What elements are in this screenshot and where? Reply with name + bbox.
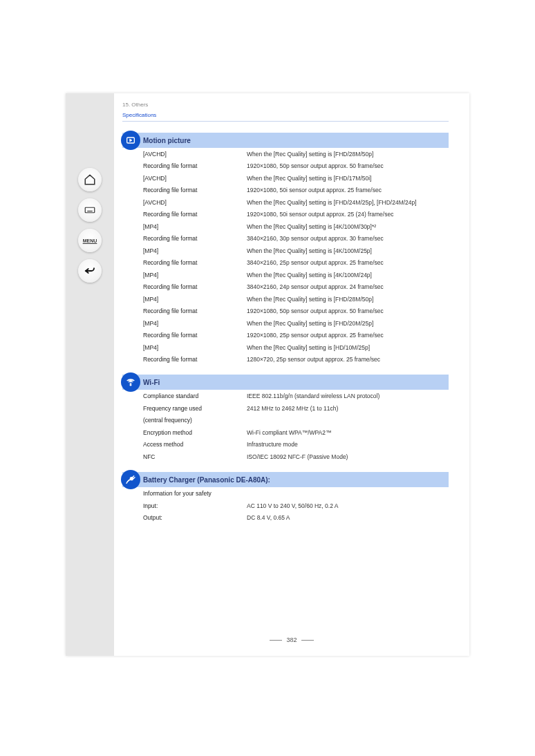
play-icon: [121, 131, 140, 150]
spec-row: Information for your safety: [122, 487, 449, 499]
section-wifi: Wi-Fi Compliance standardIEEE 802.11b/g/…: [122, 375, 449, 462]
back-button[interactable]: [78, 259, 102, 283]
menu-button[interactable]: MENU: [78, 229, 102, 252]
section-title: Motion picture: [143, 137, 191, 144]
sidebar-nav: MENU: [66, 93, 114, 656]
manual-page: MENU 15. Others Specifications Motion pi…: [66, 93, 469, 656]
section-motion-picture: Motion picture [AVCHD]When the [Rec Qual…: [122, 133, 449, 365]
spec-row: Encryption methodWi-Fi compliant WPA™/WP…: [122, 426, 449, 438]
spec-row: Output:DC 8.4 V, 0.65 A: [122, 511, 449, 523]
spec-row: Recording file format1920×1080, 50i sens…: [122, 184, 449, 196]
svg-line-12: [133, 478, 135, 479]
spec-row: [AVCHD]When the [Rec Quality] setting is…: [122, 148, 449, 160]
section-header: Motion picture: [122, 133, 449, 148]
spec-row: Access methodInfrastructure mode: [122, 438, 449, 450]
menu-icon: MENU: [83, 238, 97, 243]
svg-point-9: [130, 385, 131, 386]
spec-row: Recording file format3840×2160, 25p sens…: [122, 256, 449, 268]
back-icon: [84, 265, 96, 277]
spec-row: (central frequency): [122, 414, 449, 426]
section-title: Wi-Fi: [143, 379, 160, 386]
spec-row: [MP4]When the [Rec Quality] setting is […: [122, 317, 449, 329]
spec-row: [MP4]When the [Rec Quality] setting is […: [122, 341, 449, 353]
spec-row: Input:AC 110 V to 240 V, 50/60 Hz, 0.2 A: [122, 500, 449, 511]
spec-row: [MP4]When the [Rec Quality] setting is […: [122, 220, 449, 232]
svg-rect-0: [85, 207, 95, 213]
plug-icon: [121, 470, 140, 489]
spec-row: Frequency range used2412 MHz to 2462 MHz…: [122, 402, 449, 414]
section-title: Battery Charger (Panasonic DE-A80A):: [143, 476, 270, 484]
keyboard-button[interactable]: [78, 198, 102, 222]
page-number: 382: [114, 636, 469, 643]
spec-row: Recording file format3840×2160, 24p sens…: [122, 281, 449, 292]
spec-row: [MP4]When the [Rec Quality] setting is […: [122, 245, 449, 256]
chapter-breadcrumb: 15. Others: [122, 102, 449, 108]
spec-row: NFCISO/IEC 18092 NFC-F (Passive Mode): [122, 451, 449, 462]
section-header: Battery Charger (Panasonic DE-A80A):: [122, 472, 449, 487]
spec-row: Recording file format1280×720, 25p senso…: [122, 353, 449, 365]
page-title: Specifications: [122, 112, 449, 122]
svg-line-11: [133, 476, 134, 478]
content-area: 15. Others Specifications Motion picture…: [114, 93, 469, 656]
home-icon: [84, 173, 96, 186]
svg-marker-8: [130, 139, 132, 142]
home-button[interactable]: [78, 168, 102, 191]
spec-row: Recording file format1920×1080, 50i sens…: [122, 208, 449, 220]
spec-row: [AVCHD]When the [Rec Quality] setting is…: [122, 196, 449, 208]
spec-row: Recording file format1920×1080, 50p sens…: [122, 305, 449, 316]
spec-row: Recording file format1920×1080, 50p sens…: [122, 160, 449, 171]
spec-row: [MP4]When the [Rec Quality] setting is […: [122, 269, 449, 281]
spec-row: Recording file format3840×2160, 30p sens…: [122, 232, 449, 244]
spec-row: [AVCHD]When the [Rec Quality] setting is…: [122, 172, 449, 184]
spec-row: Recording file format1920×1080, 25p sens…: [122, 329, 449, 341]
spec-row: Compliance standardIEEE 802.11b/g/n (sta…: [122, 390, 449, 401]
spec-row: [MP4]When the [Rec Quality] setting is […: [122, 293, 449, 305]
section-charger: Battery Charger (Panasonic DE-A80A): Inf…: [122, 472, 449, 523]
keyboard-icon: [84, 204, 96, 216]
section-header: Wi-Fi: [122, 375, 449, 390]
wifi-icon: [121, 372, 140, 392]
